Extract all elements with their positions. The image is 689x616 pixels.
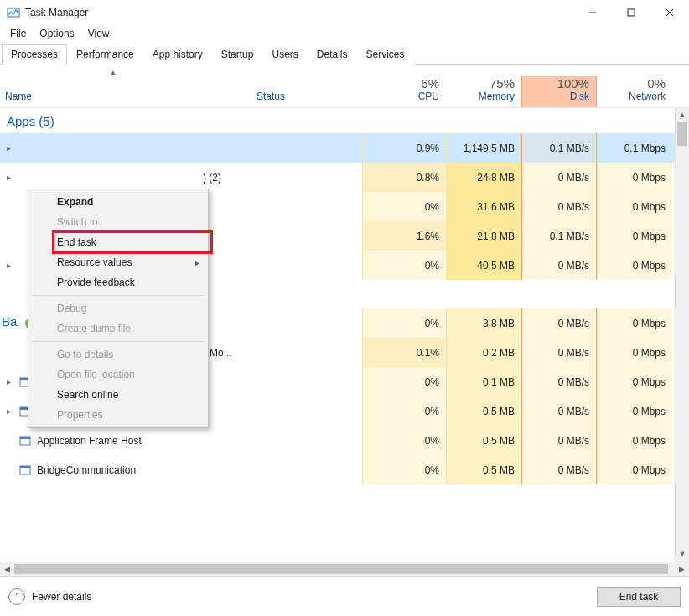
ctx-open-file-location: Open file location — [30, 365, 206, 385]
ctx-properties: Properties — [30, 405, 206, 425]
ctx-debug: Debug — [30, 298, 206, 318]
fewer-details-label[interactable]: Fewer details — [32, 591, 91, 603]
header-name[interactable]: Name — [0, 91, 256, 107]
ctx-end-task[interactable]: End task — [30, 232, 206, 252]
footer-bar: ˄ Fewer details End task — [0, 576, 689, 616]
scroll-left-icon[interactable]: ◀ — [0, 565, 14, 573]
group-apps[interactable]: Apps (5) — [0, 108, 689, 133]
ctx-switch-to: Switch to — [30, 212, 206, 232]
header-disk[interactable]: 100%Disk — [521, 76, 597, 107]
menu-file[interactable]: File — [3, 26, 33, 41]
group-background-label: Ba — [2, 314, 17, 329]
submenu-arrow-icon: ▸ — [195, 258, 199, 267]
header-network[interactable]: 0%Network — [597, 76, 672, 107]
chevron-right-icon: ▸ — [3, 143, 13, 153]
fewer-details-icon[interactable]: ˄ — [8, 588, 25, 605]
tab-app-history[interactable]: App history — [143, 44, 212, 65]
scroll-right-icon[interactable]: ▶ — [675, 565, 689, 573]
chevron-right-icon: ▸ — [3, 261, 13, 270]
tab-services[interactable]: Services — [357, 44, 414, 65]
tab-users[interactable]: Users — [262, 44, 307, 65]
header-cpu[interactable]: 6%CPU — [362, 76, 446, 107]
ctx-create-dump: Create dump file — [30, 318, 206, 339]
end-task-button[interactable]: End task — [597, 587, 681, 607]
minimize-button[interactable] — [573, 0, 612, 25]
horizontal-scrollbar[interactable]: ◀ ▶ — [0, 562, 689, 576]
window-title: Task Manager — [25, 7, 88, 18]
chevron-right-icon: ▸ — [3, 173, 13, 182]
close-button[interactable] — [650, 0, 689, 25]
titlebar: Task Manager — [0, 0, 689, 25]
svg-rect-2 — [628, 9, 635, 16]
process-icon — [18, 434, 32, 448]
scroll-thumb[interactable] — [14, 564, 668, 574]
table-row[interactable]: ▸) (2) 0.8% 24.8 MB 0 MB/s 0 Mbps — [0, 163, 689, 192]
svg-rect-10 — [20, 437, 30, 439]
cell-net: 0.1 Mbps — [597, 133, 672, 163]
cell-disk: 0.1 MB/s — [521, 133, 597, 163]
ctx-go-to-details: Go to details — [30, 344, 206, 365]
menubar: File Options View — [0, 25, 689, 42]
menu-view[interactable]: View — [81, 26, 117, 41]
cell-cpu: 0.9% — [362, 133, 446, 163]
cell-mem: 1,149.5 MB — [446, 133, 521, 163]
menu-options[interactable]: Options — [33, 26, 80, 41]
ctx-provide-feedback[interactable]: Provide feedback — [30, 272, 206, 292]
header-memory[interactable]: 75%Memory — [446, 76, 521, 107]
process-icon — [18, 463, 32, 477]
tab-bar: Processes Performance App history Startu… — [0, 44, 689, 65]
tab-performance[interactable]: Performance — [67, 44, 143, 65]
sort-indicator-icon: ▲ — [109, 68, 117, 77]
app-icon — [7, 6, 20, 19]
table-row[interactable]: ▸ Application Frame Host 0% 0.5 MB 0 MB/… — [0, 426, 689, 455]
maximize-button[interactable] — [612, 0, 650, 25]
task-manager-window: Task Manager File Options View Processes… — [0, 0, 689, 616]
vertical-scrollbar[interactable]: ▲ ▼ — [675, 108, 689, 562]
svg-rect-12 — [20, 466, 30, 468]
tab-processes[interactable]: Processes — [2, 44, 67, 65]
scroll-up-icon[interactable]: ▲ — [676, 108, 689, 122]
scroll-thumb[interactable] — [677, 122, 687, 146]
header-status[interactable]: Status — [256, 91, 362, 107]
table-row[interactable]: ▸ BridgeCommunication 0% 0.5 MB 0 MB/s 0… — [0, 455, 689, 484]
column-headers: ▲ Name Status 6%CPU 75%Memory 100%Disk 0… — [0, 65, 689, 108]
ctx-search-online[interactable]: Search online — [30, 385, 206, 405]
tab-startup[interactable]: Startup — [212, 44, 263, 65]
scroll-down-icon[interactable]: ▼ — [676, 547, 689, 562]
tab-details[interactable]: Details — [308, 44, 357, 65]
chevron-right-icon: ▸ — [3, 377, 13, 386]
context-menu: Expand Switch to End task Resource value… — [28, 189, 209, 428]
ctx-resource-values[interactable]: Resource values▸ — [30, 252, 206, 272]
chevron-right-icon: ▸ — [3, 406, 13, 416]
table-row[interactable]: ▸ 0.9% 1,149.5 MB 0.1 MB/s 0.1 Mbps — [0, 133, 689, 163]
ctx-expand[interactable]: Expand — [30, 192, 206, 212]
